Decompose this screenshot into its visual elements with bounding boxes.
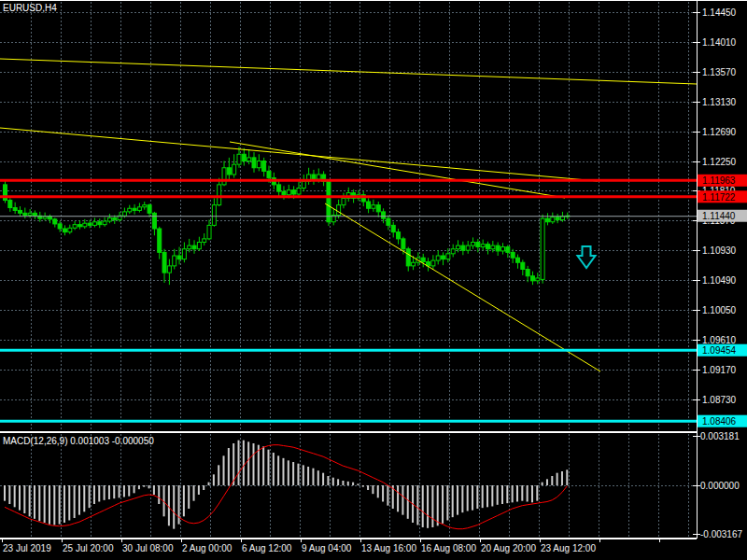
price-tick-label: 1.09610 <box>702 335 737 345</box>
bear-candle <box>292 190 296 194</box>
macd-tick-label: 0.000000 <box>700 481 740 491</box>
bear-candle <box>33 213 36 216</box>
bear-candle <box>58 224 62 229</box>
bull-candle <box>73 225 77 229</box>
bull-candle <box>257 161 261 168</box>
bull-candle <box>122 212 126 216</box>
grid <box>0 2 697 537</box>
macd-bar <box>123 485 125 497</box>
macd-bar <box>362 485 364 487</box>
bull-candle <box>436 256 440 260</box>
macd-bar <box>476 485 478 509</box>
bear-candle <box>406 249 410 266</box>
bear-candle <box>192 245 196 249</box>
macd-bar <box>467 485 469 511</box>
bear-candle <box>506 247 510 253</box>
price-tick-label: 1.14010 <box>702 37 737 48</box>
macd-bar <box>8 485 10 504</box>
macd-bar <box>357 483 359 485</box>
trendline-4[interactable] <box>325 203 600 371</box>
bull-candle <box>237 154 241 164</box>
mt4-chart-window: 1.144501.140101.135701.131301.126901.122… <box>0 0 747 560</box>
chart-canvas[interactable]: 1.144501.140101.135701.131301.126901.122… <box>0 0 747 560</box>
macd-bar <box>322 473 324 485</box>
macd-bar <box>49 485 50 525</box>
price-tick-label: 1.10930 <box>702 245 737 256</box>
bull-candle <box>212 205 216 226</box>
macd-bar <box>416 485 418 525</box>
macd-bar <box>486 485 488 507</box>
macd-bar <box>461 485 463 512</box>
macd-bar <box>108 485 110 499</box>
bull-candle <box>342 198 345 204</box>
macd-bar <box>327 476 329 485</box>
macd-bar <box>228 448 230 485</box>
bull-candle <box>128 208 132 212</box>
bull-candle <box>536 278 540 281</box>
macd-bar <box>527 485 529 501</box>
macd-bar <box>63 485 65 523</box>
bear-candle <box>78 225 81 227</box>
bull-candle <box>297 189 301 195</box>
trendline-2[interactable] <box>0 128 598 181</box>
macd-bar <box>267 450 269 485</box>
macd-bar <box>521 485 523 501</box>
macd-bar <box>542 483 543 485</box>
bear-candle <box>18 210 21 213</box>
bull-candle <box>103 221 106 225</box>
macd-bar <box>457 485 458 515</box>
bear-candle <box>382 212 386 218</box>
bull-candle <box>491 245 495 249</box>
trendlines[interactable] <box>0 59 697 371</box>
macd-bar <box>347 482 349 485</box>
bull-candle <box>28 213 32 215</box>
bear-candle <box>88 223 92 225</box>
bear-candle <box>252 158 256 168</box>
macd-bar <box>247 441 249 485</box>
bull-candle <box>233 164 236 175</box>
bear-candle <box>402 239 405 249</box>
bull-candle <box>302 181 305 188</box>
bear-candle <box>8 201 12 208</box>
macd-bar <box>337 479 339 485</box>
bear-candle <box>521 262 525 269</box>
macd-bar <box>113 485 115 498</box>
bear-candle <box>177 256 181 259</box>
macd-bar <box>402 485 403 515</box>
panel-borders <box>0 0 747 539</box>
down-arrow-icon[interactable] <box>578 246 596 268</box>
macd-tick-label: -0.003167 <box>700 529 742 539</box>
bear-candle <box>461 245 465 250</box>
bear-candle <box>387 218 390 225</box>
bear-candle <box>367 202 371 208</box>
macd-bar <box>442 485 444 524</box>
macd-bar <box>288 460 289 485</box>
bear-candle <box>376 205 380 212</box>
bear-candle <box>48 217 51 219</box>
macd-bar <box>208 483 210 485</box>
sell-signal-arrow-icon[interactable] <box>578 246 596 268</box>
date-label: 2 Aug 00:00 <box>182 543 233 553</box>
trendline-1[interactable] <box>0 59 697 84</box>
bull-candle <box>431 260 435 266</box>
bull-candle <box>451 249 455 254</box>
macd-bar <box>253 443 255 485</box>
bull-candle <box>182 249 186 259</box>
bear-candle <box>556 217 559 220</box>
macd-bar <box>74 485 76 518</box>
bull-candle <box>197 243 201 249</box>
macd-bar <box>203 485 204 490</box>
bull-candle <box>446 254 450 259</box>
macd-bar <box>148 485 150 488</box>
macd-bar <box>382 485 384 501</box>
macd-bar <box>431 485 433 527</box>
macd-bar <box>23 485 25 513</box>
resistance-badge-text: 1.11722 <box>702 192 736 203</box>
price-tick-label: 1.13570 <box>702 67 737 77</box>
macd-bar <box>397 485 399 511</box>
macd-bar <box>506 485 508 503</box>
time-axis: 23 Jul 201925 Jul 20:0030 Jul 08:002 Aug… <box>3 539 660 553</box>
macd-bar <box>352 483 354 485</box>
date-label: 23 Jul 2019 <box>3 543 51 553</box>
bear-candle <box>282 191 286 195</box>
